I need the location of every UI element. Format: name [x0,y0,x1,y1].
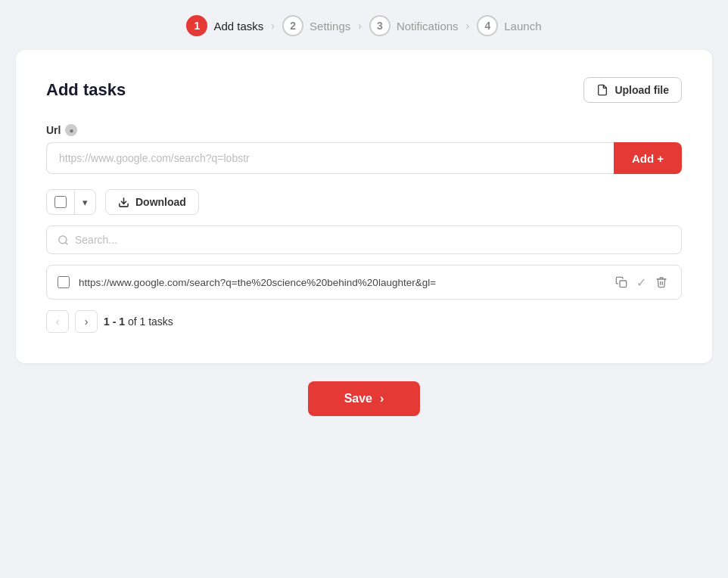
stepper: 1 Add tasks › 2 Settings › 3 Notificatio… [0,0,728,50]
search-row [46,225,682,254]
step-3-label: Notifications [397,20,459,33]
chevron-icon-1: › [271,20,275,32]
trash-icon [655,276,667,288]
step-4-label: Launch [504,20,541,33]
step-1[interactable]: 1 Add tasks [186,15,263,36]
upload-file-label: Upload file [614,84,669,96]
download-button[interactable]: Download [105,189,199,215]
step-3[interactable]: 3 Notifications [369,15,459,36]
copy-button[interactable] [612,275,630,290]
search-box [46,225,682,254]
select-all-checkbox[interactable] [54,196,67,208]
add-button[interactable]: Add + [614,142,682,174]
task-actions: ✓ [612,275,670,290]
url-label-text: Url [46,124,61,136]
toolbar-row: ▾ Download [46,189,682,215]
page-range: 1 - 1 [104,315,125,328]
page-title: Add tasks [46,80,126,100]
step-1-number: 1 [186,15,207,36]
pagination: ‹ › 1 - 1 of 1 tasks [46,310,682,333]
upload-file-button[interactable]: Upload file [583,77,682,103]
task-url: https://www.google.com/search?q=the%20sc… [79,277,603,288]
page-info: 1 - 1 of 1 tasks [104,315,173,328]
step-2-label: Settings [310,20,350,33]
select-all-dropdown[interactable]: ▾ [46,189,96,215]
step-2[interactable]: 2 Settings [282,15,350,36]
table-row: https://www.google.com/search?q=the%20sc… [46,265,682,300]
card-header: Add tasks Upload file [46,77,682,103]
save-label: Save [344,392,372,406]
page-of-label: of 1 tasks [128,315,173,328]
step-2-number: 2 [282,15,303,36]
step-3-number: 3 [369,15,390,36]
save-chevron-icon: › [380,392,384,406]
task-checkbox[interactable] [58,276,70,288]
upload-icon [596,84,608,96]
select-all-checkbox-cell[interactable] [47,190,75,214]
step-1-label: Add tasks [213,20,263,33]
search-icon [58,235,69,246]
info-icon: ● [65,124,77,136]
delete-button[interactable] [652,275,670,290]
search-input[interactable] [75,234,670,246]
svg-line-2 [65,242,67,244]
url-label-row: Url ● [46,124,682,136]
step-4[interactable]: 4 Launch [477,15,541,36]
prev-page-button[interactable]: ‹ [46,310,69,333]
download-icon [118,197,129,208]
url-input[interactable] [46,142,614,174]
download-label: Download [135,196,186,208]
chevron-icon-2: › [358,20,362,32]
save-button[interactable]: Save › [308,381,421,416]
bottom-bar: Save › [0,363,728,431]
main-card: Add tasks Upload file Url ● Add + ▾ [16,50,712,363]
svg-rect-3 [620,281,627,287]
url-input-row: Add + [46,142,682,174]
step-4-number: 4 [477,15,498,36]
next-page-button[interactable]: › [75,310,98,333]
check-icon: ✓ [636,275,646,290]
chevron-icon-3: › [466,20,470,32]
dropdown-arrow-icon[interactable]: ▾ [75,191,95,214]
copy-icon [615,276,627,288]
